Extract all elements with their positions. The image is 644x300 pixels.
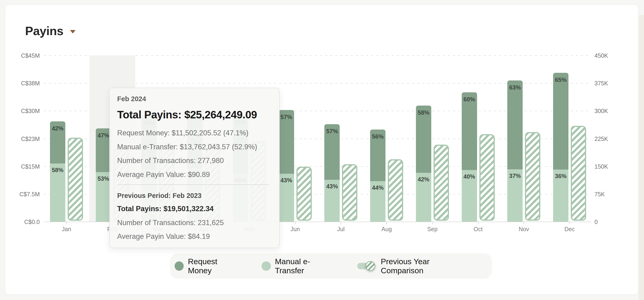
tooltip-manual-etransfer: Manual e-Transfer: $13,762,043.57 (52.9%… [117,143,270,151]
request-money-pct-label: 65% [553,76,568,83]
manual-etransfer-pct-label: 44% [370,184,386,191]
right-axis-label: 375K [594,80,608,87]
request-money-pct-label: 60% [462,96,477,103]
bar-request-money[interactable] [553,73,568,170]
legend-label: Manual e-Transfer [275,257,338,275]
adjacent-panel-edge [639,15,644,300]
left-axis-label: C$30M [2,108,40,114]
request-money-pct-label: 56% [370,133,386,140]
left-axis-label: C$7.5M [2,191,40,198]
x-axis-tick [569,222,570,224]
request-money-pct-label: 58% [416,109,431,116]
x-axis-month-label: Nov [508,226,540,232]
legend-item-previous-year: Previous Year Comparison [357,257,472,275]
right-axis-label: 225K [594,135,608,142]
x-axis-month-label: Dec [553,226,586,232]
request-money-pct-label: 42% [50,125,65,132]
left-axis-label: C$0.0 [2,218,40,225]
x-axis-tick [432,222,433,224]
bar-previous-year[interactable] [571,126,586,221]
bar-request-money[interactable] [462,92,477,170]
toggle-knob-hatched-icon [366,261,375,271]
x-axis-tick [478,222,478,224]
manual-etransfer-pct-label: 43% [324,183,340,190]
legend-label: Request Money [188,257,242,275]
bar-previous-year[interactable] [388,159,403,221]
x-axis-month-label: Jul [324,226,357,232]
manual-etransfer-pct-label: 42% [416,176,431,183]
manual-etransfer-pct-label: 53% [96,175,111,182]
legend-item-manual-etransfer[interactable]: Manual e-Transfer [262,257,338,275]
tooltip-total-payins: Total Payins: $25,264,249.09 [117,108,270,121]
x-axis-month-label: Jan [50,226,83,232]
tooltip-transactions: Number of Transactions: 277,980 [117,156,270,165]
left-axis-label: C$45M [2,52,40,59]
manual-etransfer-pct-label: 37% [507,172,523,179]
tooltip-divider [117,184,269,185]
previous-year-toggle[interactable] [357,263,374,269]
right-axis-label: 150K [594,163,608,170]
legend-item-request-money[interactable]: Request Money [174,257,242,275]
tooltip-request-money: Request Money: $11,502,205.52 (47.1%) [117,129,270,137]
bar-request-money[interactable] [507,80,523,169]
manual-etransfer-pct-label: 40% [462,173,477,180]
left-axis-label: C$15M [2,163,40,170]
x-axis-tick [524,222,524,224]
x-axis-month-label: Aug [370,226,403,232]
right-axis-label: 300K [594,108,608,114]
request-money-pct-label: 57% [324,128,340,135]
payins-chart: C$45M450KC$38M375KC$30M300KC$23M225KC$15… [5,5,638,294]
legend-label: Previous Year Comparison [381,257,472,275]
request-money-pct-label: 57% [279,114,294,120]
page: Payins C$45M450KC$38M375KC$30M300KC$23M2… [0,0,644,300]
right-axis-label: 450K [594,52,608,59]
x-axis-month-label: Jun [279,226,312,232]
bar-previous-year[interactable] [296,167,312,221]
x-axis-tick [386,222,387,224]
tooltip-average-value: Average Payin Value: $90.89 [117,170,270,179]
x-axis-tick [66,222,67,224]
bar-previous-year[interactable] [342,164,357,221]
request-money-swatch-icon [174,262,184,271]
x-axis-month-label: Sep [416,226,449,232]
manual-etransfer-pct-label: 36% [553,173,568,180]
payins-card: Payins C$45M450KC$38M375KC$30M300KC$23M2… [5,5,638,295]
right-axis-label: 75K [594,191,605,198]
tooltip-month: Feb 2024 [117,95,270,103]
left-axis-label: C$38M [2,80,40,87]
bar-previous-year[interactable] [68,138,83,221]
x-axis-tick [295,222,296,224]
chart-tooltip: Feb 2024 Total Payins: $25,264,249.09 Re… [109,88,280,248]
request-money-pct-label: 47% [96,132,111,139]
tooltip-previous-average: Average Payin Value: $84.19 [117,232,270,241]
request-money-pct-label: 63% [507,84,523,91]
tooltip-previous-period: Previous Period: Feb 2023 [117,192,270,200]
chart-legend: Request Money Manual e-Transfer Previous… [170,253,492,279]
x-axis-tick [340,222,341,224]
manual-etransfer-swatch-icon [262,262,270,271]
right-axis-label: 0 [594,218,598,225]
tooltip-previous-transactions: Number of Transactions: 231,625 [117,218,270,227]
x-axis-month-label: Oct [462,226,494,232]
left-axis-label: C$23M [2,135,40,142]
tooltip-previous-total: Total Payins: $19,501,322.34 [117,205,270,213]
manual-etransfer-pct-label: 43% [279,177,294,184]
bar-previous-year[interactable] [434,145,449,221]
manual-etransfer-pct-label: 58% [50,167,65,174]
bar-previous-year[interactable] [525,132,540,221]
bar-previous-year[interactable] [480,134,495,221]
